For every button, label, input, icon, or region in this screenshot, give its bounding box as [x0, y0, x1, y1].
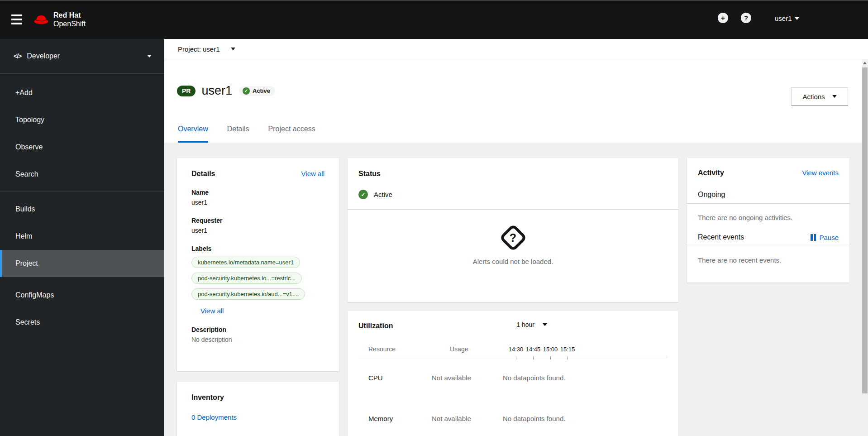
- sidebar-item-helm[interactable]: Helm: [0, 223, 164, 250]
- axis-tick: [550, 356, 551, 359]
- duration-value: 1 hour: [516, 321, 534, 328]
- chevron-down-icon: [795, 17, 799, 20]
- status-card: Status ✓ Active ? Alerts could not be lo…: [348, 158, 678, 302]
- labels-view-all-link[interactable]: View all: [200, 307, 224, 315]
- sidebar-divider: [0, 192, 164, 192]
- view-events-link[interactable]: View events: [802, 169, 839, 177]
- pause-events-button[interactable]: Pause: [811, 234, 839, 241]
- project-resource-badge: PR: [177, 86, 196, 96]
- sidebar-item-topology[interactable]: Topology: [0, 106, 164, 134]
- create-plus-icon[interactable]: +: [718, 13, 728, 23]
- utilization-card-title: Utilization: [358, 322, 668, 330]
- utilization-row-memory: Memory Not available No datapoints found…: [358, 398, 668, 436]
- usage-value: Not available: [432, 415, 503, 422]
- sidebar-item-observe[interactable]: Observe: [0, 134, 164, 161]
- resource-name: Memory: [368, 415, 432, 422]
- activity-card-title: Activity: [698, 169, 724, 177]
- sidebar-item-configmaps[interactable]: ConfigMaps: [0, 282, 164, 309]
- label-chip[interactable]: kubernetes.io/metadata.name=user1: [191, 257, 300, 268]
- ongoing-empty-message: There are no ongoing activities.: [698, 214, 839, 221]
- tab-project-access[interactable]: Project access: [268, 122, 315, 143]
- ongoing-section-label: Ongoing: [698, 191, 839, 199]
- sidebar-item-builds[interactable]: Builds: [0, 196, 164, 223]
- time-tick-label: 14:30: [507, 346, 525, 353]
- perspective-label: Developer: [27, 52, 60, 60]
- sidebar-item-add[interactable]: +Add: [0, 79, 164, 106]
- datapoints-message: No datapoints found.: [503, 374, 668, 382]
- sidebar-item-project[interactable]: Project: [0, 250, 164, 277]
- status-card-title: Status: [358, 170, 668, 178]
- actions-button-label: Actions: [802, 93, 825, 101]
- masthead: Red Hat OpenShift + ? user1: [0, 0, 868, 39]
- name-value: user1: [191, 199, 324, 206]
- project-selector[interactable]: Project: user1: [178, 45, 220, 53]
- chevron-down-icon: [543, 323, 547, 326]
- details-view-all-link[interactable]: View all: [301, 170, 324, 177]
- page-title: user1: [201, 84, 232, 98]
- page-header: PR user1 ✓ Active Actions: [164, 59, 862, 122]
- usage-column-header: Usage: [432, 345, 503, 357]
- activity-card: Activity View events Ongoing There are n…: [687, 158, 849, 283]
- tab-details[interactable]: Details: [227, 122, 249, 143]
- description-value: No description: [191, 336, 324, 343]
- chevron-down-icon: [147, 55, 152, 57]
- code-icon: </>: [14, 53, 21, 60]
- redhat-fedora-icon: [33, 14, 49, 25]
- label-chip[interactable]: pod-security.kubernetes.io/aud...=v1....: [191, 288, 305, 300]
- perspective-switcher[interactable]: </> Developer: [0, 39, 164, 74]
- brand-logo: Red Hat OpenShift: [33, 11, 86, 28]
- overview-dashboard: Details View all Name user1 Requester us…: [164, 143, 862, 436]
- check-circle-icon: ✓: [243, 87, 250, 95]
- description-label: Description: [191, 326, 324, 333]
- sidebar-item-secrets[interactable]: Secrets: [0, 309, 164, 336]
- alerts-empty-message: Alerts could not be loaded.: [358, 258, 668, 265]
- check-circle-icon: ✓: [358, 190, 368, 199]
- requester-value: user1: [191, 227, 324, 234]
- help-icon[interactable]: ?: [741, 13, 751, 23]
- chevron-down-icon: [832, 95, 837, 98]
- time-tick-label: 15:00: [542, 346, 559, 353]
- axis-tick: [533, 356, 534, 359]
- details-card: Details View all Name user1 Requester us…: [177, 158, 339, 371]
- recent-empty-message: There are no recent events.: [698, 256, 839, 264]
- time-axis: 14:30 14:45 15:00 15:15: [503, 346, 668, 357]
- pause-button-label: Pause: [819, 234, 839, 241]
- pause-icon: [811, 234, 816, 241]
- brand-name-top: Red Hat: [53, 11, 86, 19]
- brand-name-bottom: OpenShift: [53, 19, 86, 28]
- details-card-title: Details: [191, 170, 215, 178]
- deployments-link[interactable]: 0 Deployments: [191, 413, 237, 421]
- project-status-text: Active: [374, 191, 392, 198]
- axis-tick: [568, 356, 568, 359]
- tab-bar: Overview Details Project access: [164, 122, 862, 143]
- actions-button[interactable]: Actions: [791, 87, 848, 105]
- sidebar-nav: </> Developer +Add Topology Observe Sear…: [0, 39, 164, 436]
- name-label: Name: [191, 189, 324, 196]
- requester-label: Requester: [191, 217, 324, 224]
- datapoints-message: No datapoints found.: [503, 415, 668, 422]
- labels-label: Labels: [191, 245, 324, 252]
- card-divider: [687, 246, 849, 246]
- scrollbar-thumb[interactable]: [862, 67, 868, 393]
- time-tick-label: 15:15: [559, 346, 576, 353]
- sidebar-item-search[interactable]: Search: [0, 161, 164, 188]
- recent-events-label: Recent events: [698, 233, 744, 241]
- resource-name: CPU: [368, 374, 432, 382]
- project-selector-bar: Project: user1: [164, 39, 868, 59]
- utilization-card: Utilization 1 hour Resource Usage 14:30 …: [348, 311, 678, 436]
- card-divider: [687, 203, 849, 204]
- label-chip[interactable]: pod-security.kubernetes.io...=restric...: [191, 273, 302, 284]
- time-tick-label: 14:45: [525, 346, 542, 353]
- inventory-card: Inventory 0 Deployments: [177, 382, 339, 436]
- duration-select[interactable]: 1 hour: [516, 321, 547, 328]
- tab-overview[interactable]: Overview: [178, 122, 208, 143]
- menu-toggle-icon[interactable]: [11, 14, 22, 26]
- username: user1: [775, 14, 792, 22]
- unknown-alerts-icon: ?: [499, 224, 527, 252]
- vertical-scrollbar[interactable]: [862, 59, 868, 436]
- user-menu[interactable]: user1: [775, 14, 799, 22]
- chevron-down-icon[interactable]: [231, 48, 235, 50]
- card-divider: [348, 209, 678, 210]
- axis-tick: [516, 356, 516, 359]
- scroll-up-button[interactable]: [862, 59, 868, 67]
